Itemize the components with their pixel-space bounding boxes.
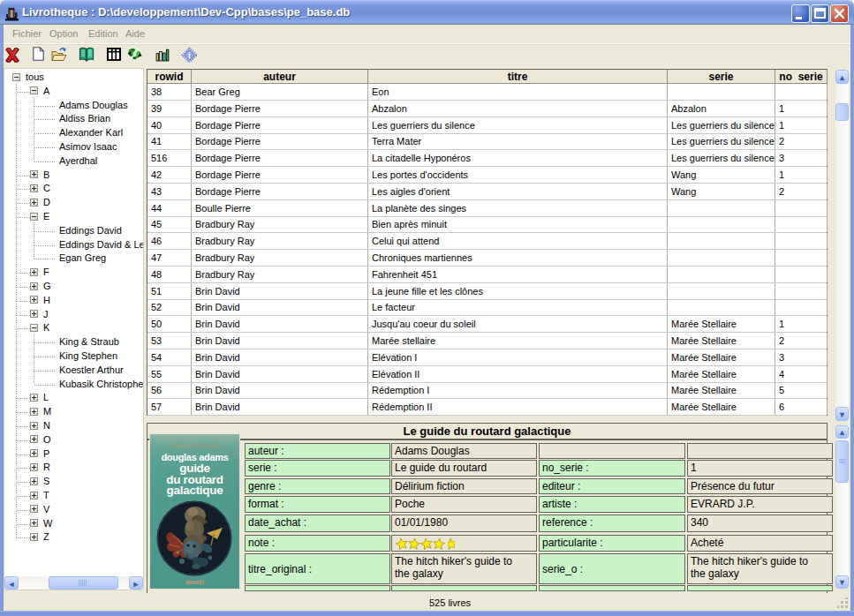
- svg-text:i: i: [188, 50, 191, 60]
